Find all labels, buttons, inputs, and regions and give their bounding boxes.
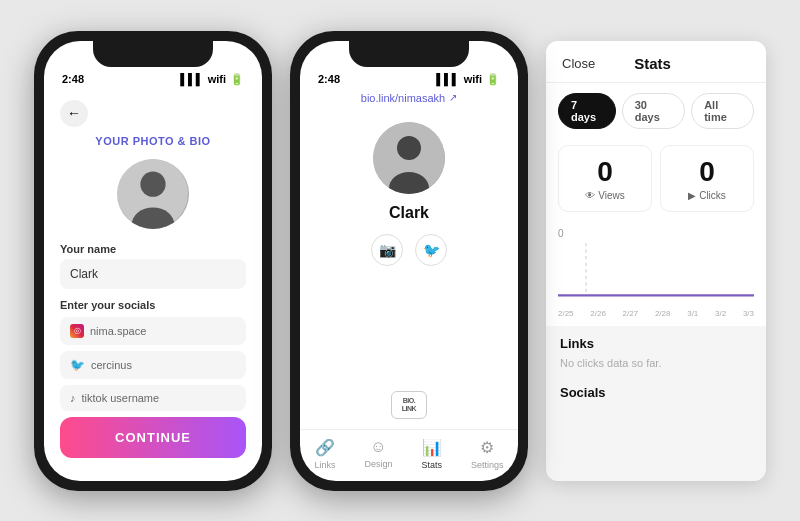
tab-30-days[interactable]: 30 days xyxy=(622,93,685,129)
links-label: Links xyxy=(314,460,335,470)
battery-icon-2: 🔋 xyxy=(486,73,500,86)
date-5: 3/1 xyxy=(687,309,698,318)
nav-settings[interactable]: ⚙ Settings xyxy=(471,438,504,470)
date-4: 2/28 xyxy=(655,309,671,318)
views-label: 👁 Views xyxy=(571,190,639,201)
phone-2-screen: 2:48 ▌▌▌ wifi 🔋 bio.link/nimasakh ↗ Clar… xyxy=(300,41,518,481)
signal-icon-2: ▌▌▌ xyxy=(436,73,459,85)
stats-panel: Close Stats 7 days 30 days All time 0 👁 … xyxy=(546,41,766,481)
stats-label: Stats xyxy=(421,460,442,470)
back-icon: ← xyxy=(67,105,81,121)
date-3: 2/27 xyxy=(623,309,639,318)
svg-point-4 xyxy=(397,136,421,160)
chart-dates: 2/25 2/26 2/27 2/28 3/1 3/2 3/3 xyxy=(558,309,754,318)
instagram-value: nima.space xyxy=(90,325,146,337)
wifi-icon: wifi xyxy=(208,73,226,85)
svg-point-1 xyxy=(140,171,165,196)
stats-header: Close Stats xyxy=(546,41,766,83)
views-count: 0 xyxy=(571,156,639,188)
instagram-input[interactable]: ◎ nima.space xyxy=(60,317,246,345)
links-section-title: Links xyxy=(560,336,752,351)
views-card: 0 👁 Views xyxy=(558,145,652,212)
clicks-card: 0 ▶ Clicks xyxy=(660,145,754,212)
tiktok-value: tiktok username xyxy=(82,392,160,404)
phone-1-notch xyxy=(93,41,213,67)
bio-link-logo-text: BIO.LINK xyxy=(402,397,416,412)
nav-links[interactable]: 🔗 Links xyxy=(314,438,335,470)
social-icons-row: 📷 🐦 xyxy=(371,234,447,266)
bottom-nav: 🔗 Links ☺ Design 📊 Stats ⚙ Settings xyxy=(300,429,518,474)
stats-close-button[interactable]: Close xyxy=(562,56,595,71)
date-1: 2/25 xyxy=(558,309,574,318)
profile-name: Clark xyxy=(389,204,429,222)
continue-button[interactable]: CONTINUE xyxy=(60,417,246,458)
phone-1: 2:48 ▌▌▌ wifi 🔋 ← YOUR PHOTO & BIO Your … xyxy=(34,31,272,491)
section-title: YOUR PHOTO & BIO xyxy=(60,135,246,147)
socials-label: Enter your socials xyxy=(60,299,246,311)
share-icon: ↗ xyxy=(449,92,457,103)
avatar-image xyxy=(117,159,189,229)
status-icons-1: ▌▌▌ wifi 🔋 xyxy=(180,73,244,86)
wifi-icon-2: wifi xyxy=(464,73,482,85)
tab-7-days[interactable]: 7 days xyxy=(558,93,616,129)
profile-avatar-image xyxy=(373,122,445,194)
time-1: 2:48 xyxy=(62,73,84,85)
design-label: Design xyxy=(364,459,392,469)
status-icons-2: ▌▌▌ wifi 🔋 xyxy=(436,73,500,86)
twitter-input[interactable]: 🐦 cercinus xyxy=(60,351,246,379)
instagram-social-btn[interactable]: 📷 xyxy=(371,234,403,266)
nav-stats[interactable]: 📊 Stats xyxy=(421,438,442,470)
stats-tabs: 7 days 30 days All time xyxy=(546,83,766,137)
phone-2-notch xyxy=(349,41,469,67)
name-label: Your name xyxy=(60,243,246,255)
signal-icon: ▌▌▌ xyxy=(180,73,203,85)
phone-2: 2:48 ▌▌▌ wifi 🔋 bio.link/nimasakh ↗ Clar… xyxy=(290,31,528,491)
clicks-label: ▶ Clicks xyxy=(673,190,741,201)
back-button[interactable]: ← xyxy=(60,100,88,127)
tiktok-input[interactable]: ♪ tiktok username xyxy=(60,385,246,411)
instagram-icon: ◎ xyxy=(70,324,84,338)
clicks-icon: ▶ xyxy=(688,190,696,201)
twitter-value: cercinus xyxy=(91,359,132,371)
settings-icon: ⚙ xyxy=(480,438,494,457)
date-6: 3/2 xyxy=(715,309,726,318)
clicks-count: 0 xyxy=(673,156,741,188)
design-icon: ☺ xyxy=(370,438,386,456)
tiktok-icon: ♪ xyxy=(70,392,76,404)
twitter-social-btn[interactable]: 🐦 xyxy=(415,234,447,266)
avatar-circle[interactable] xyxy=(117,159,189,229)
views-icon: 👁 xyxy=(585,190,595,201)
stats-title: Stats xyxy=(634,55,671,72)
tab-all-time[interactable]: All time xyxy=(691,93,754,129)
date-7: 3/3 xyxy=(743,309,754,318)
stats-chart xyxy=(558,243,754,303)
profile-avatar xyxy=(373,122,445,194)
stats-socials-section: Socials xyxy=(546,375,766,412)
instagram-icon-profile: 📷 xyxy=(379,242,396,258)
settings-label: Settings xyxy=(471,460,504,470)
phone-1-screen: 2:48 ▌▌▌ wifi 🔋 ← YOUR PHOTO & BIO Your … xyxy=(44,41,262,481)
stats-cards: 0 👁 Views 0 ▶ Clicks xyxy=(546,137,766,220)
stats-chart-area: 0 2/25 2/26 2/27 2/28 3/1 3/2 3/3 xyxy=(546,220,766,326)
socials-section-title: Socials xyxy=(560,385,752,400)
stats-links-section: Links No clicks data so far. xyxy=(546,326,766,375)
date-2: 2/26 xyxy=(590,309,606,318)
bio-link-url[interactable]: bio.link/nimasakh ↗ xyxy=(361,92,457,104)
nav-design[interactable]: ☺ Design xyxy=(364,438,392,470)
battery-icon: 🔋 xyxy=(230,73,244,86)
links-no-data: No clicks data so far. xyxy=(560,357,752,369)
name-input[interactable]: Clark xyxy=(60,259,246,289)
links-icon: 🔗 xyxy=(315,438,335,457)
stats-icon: 📊 xyxy=(422,438,442,457)
twitter-icon: 🐦 xyxy=(70,358,85,372)
bio-link-text: bio.link/nimasakh xyxy=(361,92,445,104)
time-2: 2:48 xyxy=(318,73,340,85)
screen2-content: bio.link/nimasakh ↗ Clark 📷 🐦 xyxy=(300,92,518,474)
chart-zero: 0 xyxy=(558,228,754,239)
twitter-icon-profile: 🐦 xyxy=(423,242,440,258)
screen1-content: ← YOUR PHOTO & BIO Your name Clark Enter… xyxy=(44,92,262,474)
bio-link-logo: BIO.LINK xyxy=(391,391,427,419)
